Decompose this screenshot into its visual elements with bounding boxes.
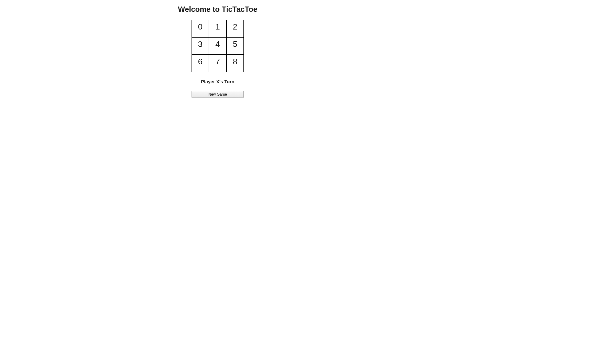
cell-6[interactable]: 6	[192, 55, 209, 72]
cell-1[interactable]: 1	[209, 20, 226, 37]
cell-0[interactable]: 0	[192, 20, 209, 37]
cell-4[interactable]: 4	[209, 37, 226, 55]
app-container: Welcome to TicTacToe 0 1 2 3 4 5 6 7 8 P…	[0, 0, 435, 98]
cell-8[interactable]: 8	[226, 55, 244, 72]
cell-3[interactable]: 3	[192, 37, 209, 55]
controls-row: New Game	[0, 91, 435, 98]
new-game-button[interactable]: New Game	[192, 91, 244, 98]
cell-7[interactable]: 7	[209, 55, 226, 72]
turn-status: Player X's Turn	[0, 79, 435, 84]
page-title: Welcome to TicTacToe	[0, 5, 435, 14]
cell-2[interactable]: 2	[226, 20, 244, 37]
game-board: 0 1 2 3 4 5 6 7 8	[192, 20, 244, 72]
cell-5[interactable]: 5	[226, 37, 244, 55]
